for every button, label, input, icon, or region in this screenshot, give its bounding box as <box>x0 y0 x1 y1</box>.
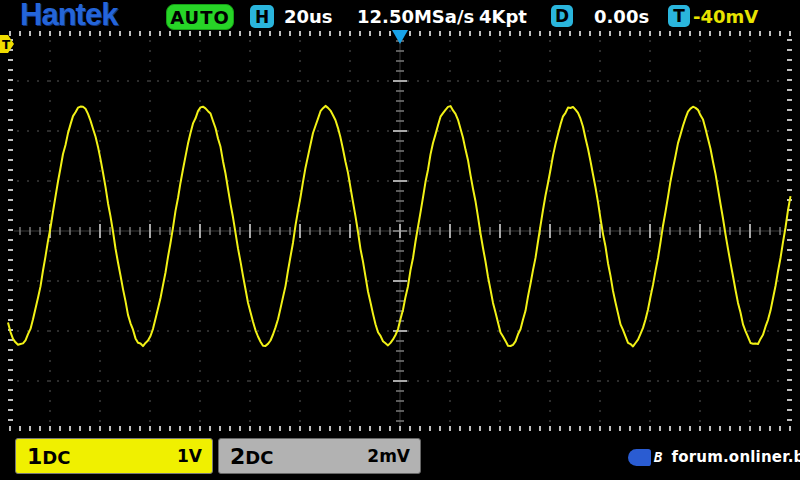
trigger-flag-label: T <box>2 38 11 52</box>
channel1-info-box: 1 DC 1V <box>15 438 213 474</box>
horizontal-menu-icon: H <box>250 5 274 28</box>
channel2-number: 2 <box>230 444 245 469</box>
oscilloscope-screen: Hantek AUTO H 20us 12.50MSa/s 4Kpt D 0.0… <box>0 0 800 480</box>
watermark: B forum.onliner.by <box>628 448 800 466</box>
timebase-readout: 20us <box>284 6 333 27</box>
onliner-logo-icon <box>628 449 651 466</box>
trigger-level-readout: -40mV <box>693 6 758 27</box>
onliner-logo-letter: B <box>654 449 662 465</box>
brand-logo: Hantek <box>20 0 117 33</box>
channel2-info-box: 2 DC 2mV <box>218 438 421 474</box>
channel1-scale: 1V <box>177 446 202 466</box>
delay-icon: D <box>551 5 573 27</box>
top-status-bar: Hantek AUTO H 20us 12.50MSa/s 4Kpt D 0.0… <box>0 0 800 30</box>
channel1-coupling: DC <box>42 447 70 468</box>
channel-status-bar: 1 DC 1V 2 DC 2mV B forum.onliner.by <box>0 436 800 480</box>
channel2-coupling: DC <box>245 447 273 468</box>
record-length-readout: 4Kpt <box>479 6 527 27</box>
horizontal-position-readout: 0.00s <box>594 6 649 27</box>
channel1-number: 1 <box>27 444 42 469</box>
trigger-icon: T <box>668 5 690 27</box>
trigger-mode-badge: AUTO <box>166 4 234 30</box>
channel2-scale: 2mV <box>367 446 410 466</box>
sample-rate-readout: 12.50MSa/s <box>357 6 474 27</box>
watermark-text: forum.onliner.by <box>671 448 800 466</box>
waveform-display-area: T <box>0 0 800 480</box>
